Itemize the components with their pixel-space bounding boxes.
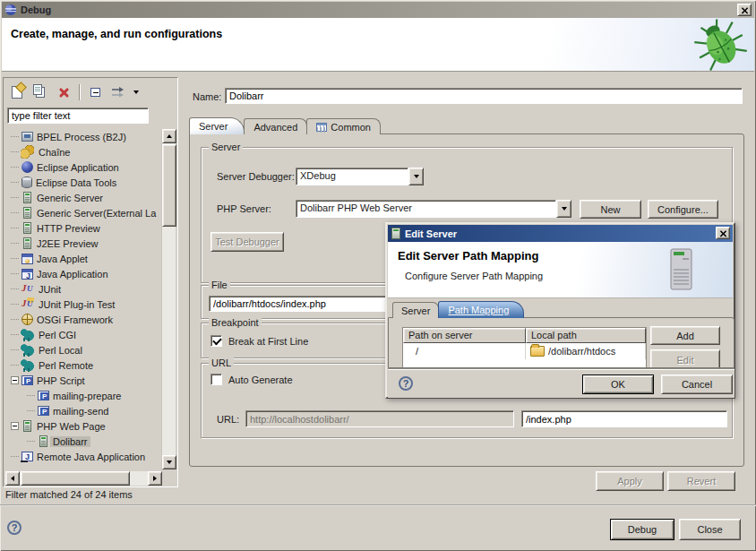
edit-server-tabs: ServerPath Mapping [392,301,523,318]
tree-item-generic-server[interactable]: Generic Server [5,190,162,205]
new-configuration-button[interactable] [7,82,27,102]
dialog-help-button[interactable]: ? [399,376,413,391]
url-path-input[interactable] [521,410,727,427]
filter-input[interactable] [7,108,149,124]
tab-label: Path Mapping [448,305,509,315]
break-at-first-line-checkbox[interactable] [210,335,222,347]
column-header-local-path[interactable]: Local path [526,328,646,343]
scroll-right-button[interactable] [148,471,162,486]
edit-mapping-button[interactable]: Edit [650,349,720,368]
window-close-button[interactable] [737,4,752,16]
tree-item-cha-ne[interactable]: Chaîne [5,144,162,159]
tree-vertical-scrollbar[interactable] [161,129,176,469]
apply-button[interactable]: Apply [596,471,664,491]
test-debugger-button[interactable]: Test Debugger [210,232,284,252]
tree-horizontal-scrollbar[interactable] [5,471,162,486]
php-server-combo[interactable]: Dolibarr PHP Web Server [296,200,571,218]
tree-item-http-preview[interactable]: HTTP Preview [5,220,162,236]
toolbar-menu-button[interactable] [132,82,141,102]
remote-java-icon [21,452,33,461]
tree-item-java-applet[interactable]: Java Applet [5,251,162,266]
dropdown-arrow-icon [562,207,567,211]
tree-item-label: PHP Script [34,375,88,386]
server-tower-image [668,247,695,292]
tree-item-php-script[interactable]: PHP Script [5,373,162,388]
tree-item-generic-server-external-la[interactable]: Generic Server(External La [5,205,162,220]
tree-item-perl-remote[interactable]: Perl Remote [5,357,162,373]
tree-item-label: Generic Server [34,193,106,203]
tree-item-label: BPEL Process (B2J) [34,132,129,142]
column-header-path-on-server[interactable]: Path on server [403,328,526,343]
tab-path-mapping[interactable]: Path Mapping [438,301,524,318]
path-mapping-tab-content: Path on serverLocal path //dolibarr/htdo… [388,317,735,368]
path-mapping-table[interactable]: Path on serverLocal path //dolibarr/htdo… [402,327,647,368]
tab-server[interactable]: Server [392,302,439,318]
auto-generate-label: Auto Generate [228,375,293,385]
tree-item-label: Eclipse Application [34,162,122,173]
server-debugger-dropdown-button[interactable] [408,168,424,185]
edit-server-subheading: Configure Server Path Mapping [405,271,543,281]
tree-item-junit[interactable]: JUnit [5,281,162,297]
cancel-button[interactable]: Cancel [661,375,733,394]
tree-item-label: Dolibarr [50,436,90,447]
junit-plugin-icon [21,297,34,311]
tree-item-dolibarr[interactable]: Dolibarr [5,434,162,449]
tree-item-java-application[interactable]: Java Application [5,266,162,281]
close-icon [741,6,747,13]
new-server-button[interactable]: New [580,200,641,219]
server-icon [23,237,31,249]
expander-minus-icon[interactable] [11,376,19,384]
osgi-icon [21,314,33,325]
horizontal-scroll-thumb[interactable] [21,471,130,486]
break-at-first-line-label: Break at First Line [228,336,308,347]
breakpoint-group-legend: Breakpoint [209,317,262,328]
scroll-left-button[interactable] [5,471,20,486]
tree-item-label: J2EE Preview [34,238,100,249]
tab-server[interactable]: Server [189,117,245,134]
tree-item-label: Generic Server(External La [34,208,159,219]
tree-item-remote-java-application[interactable]: Remote Java Application [5,449,162,464]
tree-item-bpel-process-b2j[interactable]: BPEL Process (B2J) [5,129,162,144]
url-group-legend: URL [209,357,234,368]
ok-button[interactable]: OK [582,375,654,394]
server-debugger-combo[interactable]: XDebug [296,168,424,185]
close-button[interactable]: Close [679,519,741,540]
tree-connector [9,176,21,188]
tree-item-perl-cgi[interactable]: Perl CGI [5,327,162,342]
tree-item-junit-plug-in-test[interactable]: JUnit Plug-in Test [5,297,162,312]
auto-generate-checkbox[interactable] [210,374,222,385]
tree-item-mailing-prepare[interactable]: mailing-prepare [5,388,162,403]
filter-button[interactable] [108,82,128,102]
bpel-icon [21,132,33,142]
expander-minus-icon[interactable] [11,422,19,430]
tree-item-eclipse-data-tools[interactable]: Eclipse Data Tools [5,175,162,190]
revert-button[interactable]: Revert [667,471,735,491]
collapse-all-button[interactable] [85,82,105,102]
server-icon [23,192,31,203]
delete-button[interactable] [54,82,73,102]
mapping-row[interactable]: //dolibarr/htdocs [403,343,646,359]
php-server-dropdown-button[interactable] [556,200,571,218]
tree-item-perl-local[interactable]: Perl Local [5,342,162,357]
server-icon [23,207,31,219]
configure-server-button[interactable]: Configure... [648,200,718,219]
tree-item-php-web-page[interactable]: PHP Web Page [5,418,162,434]
tree-item-eclipse-application[interactable]: Eclipse Application [5,159,162,175]
tab-common[interactable]: Common [306,118,381,134]
tab-advanced[interactable]: Advanced [244,118,307,134]
duplicate-button[interactable] [30,82,50,102]
edit-server-close-button[interactable] [716,227,730,239]
tree-item-j2ee-preview[interactable]: J2EE Preview [5,236,162,251]
name-input[interactable] [225,88,743,104]
tree-item-mailing-send[interactable]: mailing-send [5,403,162,418]
tree-connector [9,268,21,280]
debug-button[interactable]: Debug [610,519,674,540]
tree-item-osgi-framework[interactable]: OSGi Framework [5,312,162,327]
add-mapping-button[interactable]: Add [650,326,720,345]
vertical-scroll-thumb[interactable] [162,144,176,227]
help-button[interactable]: ? [7,521,21,535]
configurations-panel: BPEL Process (B2J)ChaîneEclipse Applicat… [3,77,178,487]
dropdown-arrow-icon [414,175,419,178]
scroll-up-button[interactable] [162,129,176,143]
scroll-down-button[interactable] [162,455,176,469]
